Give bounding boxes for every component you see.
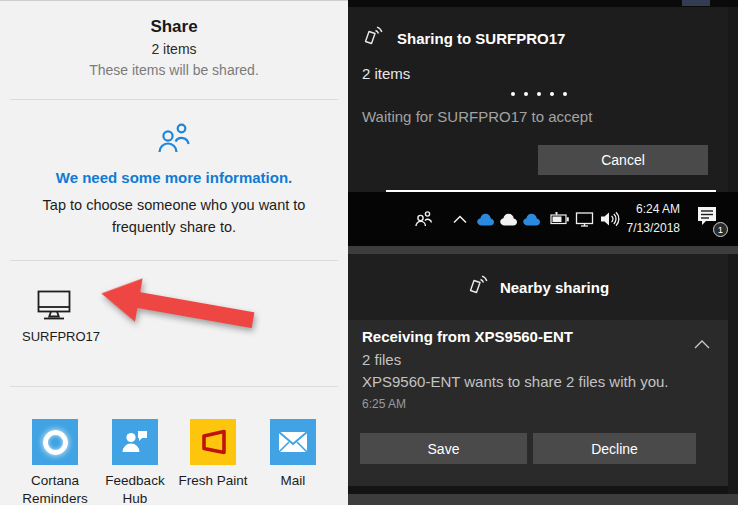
app-feedback-hub[interactable]: Feedback Hub [94, 419, 176, 505]
taskbar-date: 7/13/2018 [608, 219, 680, 238]
progress-dots [511, 92, 567, 96]
onedrive-personal-cloud-icon[interactable] [498, 192, 519, 246]
right-column: Sharing to SURFPRO17 2 items Waiting for… [348, 0, 738, 505]
desktop-fragment [682, 0, 710, 6]
app-mail[interactable]: Mail [252, 419, 334, 490]
divider [10, 260, 338, 261]
feedback-hub-icon [112, 419, 158, 465]
app-label: Cortana Reminders [14, 472, 96, 505]
fresh-paint-icon [190, 419, 236, 465]
app-label: Feedback Hub [94, 472, 176, 505]
battery-icon[interactable] [550, 192, 570, 246]
taskbar: 6:24 AM 7/13/2018 1 [348, 192, 738, 246]
receiving-file-count: 2 files [362, 351, 401, 368]
taskbar-time: 6:24 AM [608, 200, 680, 219]
share-flyout: Share 2 items These items will be shared… [0, 0, 348, 505]
desktop-gap [348, 246, 738, 254]
divider [10, 99, 338, 100]
toast-shadow [348, 486, 728, 494]
desktop-edge-bottom [348, 494, 738, 505]
collapse-chevron-icon[interactable] [694, 335, 710, 353]
share-item-count: 2 items [0, 41, 348, 57]
info-body: Tap to choose someone who you want to fr… [9, 194, 339, 239]
cancel-button[interactable]: Cancel [538, 145, 708, 175]
annotation-arrow-icon [94, 264, 262, 353]
tray-chevron-up-icon[interactable] [453, 192, 467, 246]
share-title: Share [0, 17, 348, 37]
mail-icon [270, 419, 316, 465]
save-button[interactable]: Save [360, 433, 527, 464]
info-heading: We need some more information. [9, 169, 339, 186]
action-center-icon[interactable]: 1 [696, 206, 722, 232]
receiving-title: Receiving from XPS9560-ENT [362, 328, 573, 345]
receiving-time: 6:25 AM [362, 397, 406, 411]
sharing-toast-title: Sharing to SURFPRO17 [397, 30, 565, 47]
onedrive-cloud-icon[interactable] [521, 192, 542, 246]
receiving-message: XPS9560-ENT wants to share 2 files with … [362, 373, 669, 390]
divider [10, 386, 338, 387]
app-label: Mail [252, 472, 334, 490]
share-note: These items will be shared. [0, 62, 348, 78]
people-icon [153, 119, 195, 163]
app-label: Fresh Paint [172, 472, 254, 490]
notification-badge: 1 [713, 222, 728, 237]
nearby-share-icon [467, 274, 489, 300]
onedrive-cloud-icon[interactable] [475, 192, 496, 246]
decline-button[interactable]: Decline [533, 433, 696, 464]
taskbar-clock[interactable]: 6:24 AM 7/13/2018 [608, 200, 680, 237]
sharing-toast-header: Sharing to SURFPRO17 [362, 25, 565, 51]
people-taskbar-icon[interactable] [414, 192, 433, 246]
device-surfpro17[interactable]: SURFPRO17 [22, 289, 86, 344]
nearby-sharing-header: Nearby sharing [348, 254, 728, 320]
sharing-status: Waiting for SURFPRO17 to accept [362, 108, 592, 125]
cortana-icon [32, 419, 78, 465]
app-fresh-paint[interactable]: Fresh Paint [172, 419, 254, 490]
device-name: SURFPRO17 [22, 329, 86, 344]
network-icon[interactable] [575, 192, 594, 246]
nearby-share-icon [362, 25, 384, 51]
monitor-icon [36, 307, 72, 324]
receiving-notification: Receiving from XPS9560-ENT 2 files XPS95… [348, 320, 728, 486]
sharing-toast: Sharing to SURFPRO17 2 items Waiting for… [348, 7, 728, 192]
choose-contact-prompt[interactable]: We need some more information. Tap to ch… [9, 119, 339, 239]
nearby-sharing-title: Nearby sharing [500, 279, 609, 296]
screenshot-root: Share 2 items These items will be shared… [0, 0, 738, 505]
app-cortana-reminders[interactable]: Cortana Reminders [14, 419, 96, 505]
sharing-item-count: 2 items [362, 65, 410, 82]
desktop-edge [348, 0, 738, 7]
